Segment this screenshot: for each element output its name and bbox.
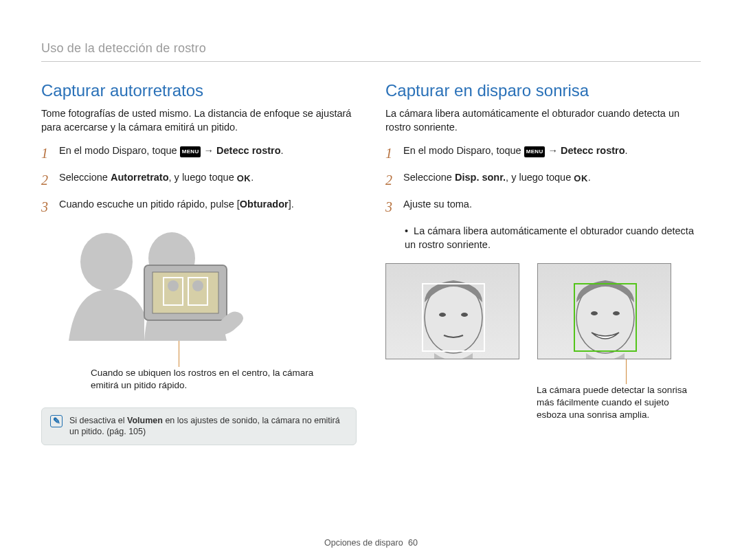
thumb-neutral-face <box>385 263 519 359</box>
step-fragment: ]. <box>289 199 294 210</box>
step-2-left: 2 Seleccione Autorretrato, y luego toque… <box>41 170 357 190</box>
step-number: 1 <box>385 144 396 164</box>
section-heading-left: Capturar autorretratos <box>41 81 357 100</box>
step-1-left: 1 En el modo Disparo, toque MENU → Detec… <box>41 144 357 164</box>
thumb-smiling-face <box>537 263 671 359</box>
step-fragment: En el modo Disparo, toque <box>59 145 180 156</box>
step-text: En el modo Disparo, toque MENU → Detecc … <box>59 144 357 158</box>
step-fragment: , y luego toque <box>506 172 574 183</box>
step-number: 1 <box>41 144 52 164</box>
step-text: Cuando escuche un pitido rápido, pulse [… <box>59 197 357 212</box>
bullet-item: La cámara libera automáticamente el obtu… <box>405 224 701 252</box>
note-text: Si desactiva el Volumen en los ajustes d… <box>69 415 348 438</box>
step-number: 2 <box>385 170 396 190</box>
step-3-left: 3 Cuando escuche un pitido rápido, pulse… <box>41 197 357 217</box>
step-fragment: En el modo Disparo, toque <box>403 145 524 156</box>
left-column: Capturar autorretratos Tome fotografías … <box>41 81 357 445</box>
page-footer: Opciones de disparo 60 <box>0 538 742 548</box>
footer-section: Opciones de disparo <box>324 538 403 548</box>
step-fragment: Cuando escuche un pitido rápido, pulse [ <box>59 199 240 210</box>
step-fragment: Seleccione <box>403 172 455 183</box>
sub-bullets-right: La cámara libera automáticamente el obtu… <box>405 224 701 252</box>
step-text: Seleccione Autorretrato, y luego toque O… <box>59 170 357 186</box>
lead-left: Tome fotografías de usted mismo. La dist… <box>41 107 357 134</box>
note-box: ✎ Si desactiva el Volumen en los ajustes… <box>41 407 357 446</box>
step-number: 3 <box>41 197 52 217</box>
right-column: Capturar en disparo sonrisa La cámara li… <box>385 81 701 445</box>
step-text: Seleccione Disp. sonr., y luego toque OK… <box>403 170 701 186</box>
step-bold: Obturador <box>240 199 289 210</box>
selfportrait-svg <box>41 224 289 341</box>
section-heading-right: Capturar en disparo sonrisa <box>385 81 701 100</box>
note-icon: ✎ <box>50 415 63 427</box>
illustration-smile: La cámara puede detectar la sonrisa más … <box>385 263 701 422</box>
footer-page-number: 60 <box>408 538 418 548</box>
note-bold: Volumen <box>127 416 163 425</box>
ok-icon: OK <box>237 172 251 186</box>
step-text: Ajuste su toma. <box>403 197 701 212</box>
callout-line <box>179 341 179 367</box>
step-fragment: . <box>281 145 284 156</box>
step-bold: Detecc rostro <box>561 145 625 156</box>
two-column-layout: Capturar autorretratos Tome fotografías … <box>41 81 701 445</box>
step-3-right: 3 Ajuste su toma. <box>385 197 701 217</box>
step-bold: Autorretrato <box>111 172 169 183</box>
step-fragment: Seleccione <box>59 172 111 183</box>
step-fragment: . <box>625 145 628 156</box>
illustration-selfportrait: Cuando se ubiquen los rostros en el cent… <box>41 224 357 392</box>
svg-rect-3 <box>153 272 218 313</box>
step-2-right: 2 Seleccione Disp. sonr., y luego toque … <box>385 170 701 190</box>
svg-point-0 <box>80 233 133 291</box>
step-number: 2 <box>41 170 52 190</box>
step-bold: Disp. sonr. <box>455 172 506 183</box>
svg-point-6 <box>168 280 179 291</box>
ok-icon: OK <box>574 172 588 186</box>
face-box-white <box>422 283 485 352</box>
step-fragment: . <box>251 172 254 183</box>
note-fragment: Si desactiva el <box>69 416 127 425</box>
step-text: En el modo Disparo, toque MENU → Detecc … <box>403 144 701 158</box>
caption-left: Cuando se ubiquen los rostros en el cent… <box>91 367 324 392</box>
menu-icon: MENU <box>180 146 201 157</box>
caption-right: La cámara puede detectar la sonrisa más … <box>537 384 701 422</box>
svg-point-7 <box>192 280 203 291</box>
lead-right: La cámara libera automáticamente el obtu… <box>385 107 701 134</box>
callout-line <box>626 359 627 384</box>
steps-left: 1 En el modo Disparo, toque MENU → Detec… <box>41 144 357 217</box>
face-box-green <box>574 283 637 352</box>
step-number: 3 <box>385 197 396 217</box>
divider <box>41 61 701 62</box>
arrow-icon: → <box>204 145 217 156</box>
steps-right: 1 En el modo Disparo, toque MENU → Detec… <box>385 144 701 217</box>
manual-page: Uso de la detección de rostro Capturar a… <box>0 0 742 560</box>
step-1-right: 1 En el modo Disparo, toque MENU → Detec… <box>385 144 701 164</box>
menu-icon: MENU <box>524 146 546 157</box>
step-fragment: . <box>588 172 591 183</box>
arrow-icon: → <box>548 145 561 156</box>
step-bold: Detecc rostro <box>216 145 280 156</box>
smile-thumbnails <box>385 263 701 359</box>
breadcrumb: Uso de la detección de rostro <box>41 41 701 56</box>
step-fragment: , y luego toque <box>169 172 237 183</box>
